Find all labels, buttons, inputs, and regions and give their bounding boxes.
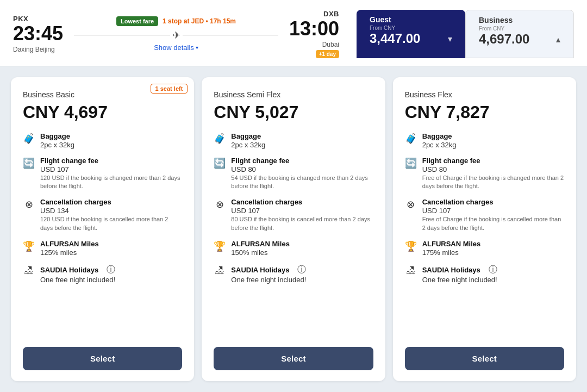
show-details-label: Show details [154, 43, 194, 52]
fare-tabs: Guest From CNY 3,447.00 ▾ Business From … [357, 10, 574, 58]
feature-row-0-3: 🏆ALFURSAN Miles125% miles [23, 240, 182, 257]
feature-title-1-0: Baggage [231, 132, 265, 140]
feature-row-2-4: 🏖SAUDIA HolidaysⓘOne free night included… [405, 264, 564, 284]
card-title-1: Business Semi Flex [214, 90, 373, 99]
feature-content-0-1: Flight change feeUSD 107120 USD if the b… [40, 157, 182, 191]
tab-business[interactable]: Business From CNY 4,697.00 ▴ [465, 10, 574, 58]
feature-value-1-1: USD 80 [231, 165, 373, 173]
feature-content-2-3: ALFURSAN Miles175% miles [422, 240, 481, 257]
guest-tab-price: 3,447.00 [370, 31, 420, 46]
feature-content-0-0: Baggage2pc x 32kg [40, 132, 74, 149]
feature-value-2-0: 2pc x 32kg [422, 141, 457, 149]
feature-value-0-0: 2pc x 32kg [40, 141, 74, 149]
feature-row-0-2: ⊗Cancellation chargesUSD 134120 USD if t… [23, 198, 182, 232]
feature-title-2-4: SAUDIA Holidays [422, 266, 480, 274]
feature-icon-4: 🏖 [214, 265, 226, 276]
feature-content-1-0: Baggage2pc x 32kg [231, 132, 265, 149]
info-icon-1-4[interactable]: ⓘ [297, 264, 306, 276]
feature-icon-2: ⊗ [214, 198, 226, 210]
feature-title-1-3: ALFURSAN Miles [231, 240, 290, 248]
feature-note-1-2: 80 USD if the booking is cancelled more … [231, 215, 373, 232]
feature-content-0-3: ALFURSAN Miles125% miles [40, 240, 99, 257]
feature-content-2-1: Flight change feeUSD 80Free of Charge if… [422, 157, 564, 191]
feature-icon-2: ⊗ [23, 198, 35, 210]
origin-city: Daxing Beijing [13, 46, 63, 53]
feature-row-0-0: 🧳Baggage2pc x 32kg [23, 132, 182, 149]
feature-note-1-1: 54 USD if the booking is changed more th… [231, 174, 373, 191]
feature-note-2-1: Free of Charge if the booking is changed… [422, 174, 564, 191]
feature-row-1-1: 🔄Flight change feeUSD 8054 USD if the bo… [214, 157, 373, 191]
card-price-2: CNY 7,827 [405, 102, 564, 122]
feature-row-2-0: 🧳Baggage2pc x 32kg [405, 132, 564, 149]
feature-content-2-2: Cancellation chargesUSD 107Free of Charg… [422, 198, 564, 232]
dest-city: Dubai [289, 41, 339, 48]
feature-value-2-4: One free night included! [422, 276, 497, 284]
business-tab-label: Business [479, 16, 560, 24]
feature-title-2-0: Baggage [422, 132, 457, 140]
origin-time: 23:45 [13, 23, 63, 45]
feature-icon-1: 🔄 [214, 157, 226, 169]
feature-value-2-1: USD 80 [422, 165, 564, 173]
select-button-2[interactable]: Select [405, 347, 564, 370]
lowest-fare-badge: Lowest fare [116, 16, 158, 26]
guest-tab-from: From CNY [370, 25, 452, 31]
dest-code: DXB [289, 10, 339, 18]
feature-content-1-1: Flight change feeUSD 8054 USD if the boo… [231, 157, 373, 191]
flight-line: ✈ [74, 29, 278, 41]
info-icon-0-4[interactable]: ⓘ [107, 264, 115, 276]
feature-row-1-2: ⊗Cancellation chargesUSD 10780 USD if th… [214, 198, 373, 232]
badges-row: Lowest fare 1 stop at JED • 17h 15m [116, 16, 236, 26]
feature-content-1-2: Cancellation chargesUSD 10780 USD if the… [231, 198, 373, 232]
feature-value-1-3: 150% miles [231, 248, 290, 257]
feature-value-1-2: USD 107 [231, 207, 373, 215]
feature-icon-1: 🔄 [23, 157, 35, 169]
business-chevron-icon: ▴ [556, 34, 560, 45]
line-left [74, 35, 170, 35]
business-tab-price: 4,697.00 [479, 32, 529, 47]
feature-icon-4: 🏖 [23, 265, 35, 276]
flight-dest: DXB 13:00 Dubai +1 day [289, 10, 339, 58]
business-tab-price-row: 4,697.00 ▴ [479, 32, 560, 47]
feature-content-1-4: SAUDIA HolidaysⓘOne free night included! [231, 264, 306, 284]
feature-icon-4: 🏖 [405, 265, 417, 276]
feature-content-2-0: Baggage2pc x 32kg [422, 132, 457, 149]
feature-row-inline: SAUDIA Holidaysⓘ [40, 264, 115, 276]
feature-title-0-4: SAUDIA Holidays [40, 266, 98, 274]
seat-left-badge: 1 seat left [151, 84, 188, 94]
feature-note-2-2: Free of Charge if the booking is cancell… [422, 215, 564, 232]
feature-content-2-4: SAUDIA HolidaysⓘOne free night included! [422, 264, 497, 284]
feature-note-0-1: 120 USD if the booking is changed more t… [40, 174, 182, 191]
feature-icon-0: 🧳 [214, 133, 226, 145]
feature-value-0-4: One free night included! [40, 276, 115, 284]
chevron-down-icon: ▾ [196, 45, 198, 51]
dest-time: 13:00 [289, 18, 339, 40]
feature-note-0-2: 120 USD if the booking is cancelled more… [40, 215, 182, 232]
feature-value-0-3: 125% miles [40, 248, 99, 257]
card-business-basic: 1 seat leftBusiness BasicCNY 4,697🧳Bagga… [11, 77, 194, 381]
line-right [183, 35, 278, 35]
feature-row-inline: SAUDIA Holidaysⓘ [422, 264, 497, 276]
feature-row-2-2: ⊗Cancellation chargesUSD 107Free of Char… [405, 198, 564, 232]
select-button-0[interactable]: Select [23, 347, 182, 370]
feature-row-1-4: 🏖SAUDIA HolidaysⓘOne free night included… [214, 264, 373, 284]
feature-value-2-3: 175% miles [422, 248, 481, 257]
card-price-1: CNY 5,027 [214, 102, 373, 122]
show-details-link[interactable]: Show details ▾ [154, 43, 198, 52]
feature-value-0-1: USD 107 [40, 165, 182, 173]
feature-title-2-2: Cancellation charges [422, 198, 564, 206]
feature-row-2-3: 🏆ALFURSAN Miles175% miles [405, 240, 564, 257]
feature-icon-0: 🧳 [405, 133, 417, 145]
feature-value-1-0: 2pc x 32kg [231, 141, 265, 149]
flight-middle: Lowest fare 1 stop at JED • 17h 15m ✈ Sh… [63, 16, 289, 52]
feature-icon-3: 🏆 [214, 240, 226, 252]
feature-content-0-4: SAUDIA HolidaysⓘOne free night included! [40, 264, 115, 284]
feature-value-1-4: One free night included! [231, 276, 306, 284]
feature-title-0-0: Baggage [40, 132, 74, 140]
plus-day-badge: +1 day [316, 50, 339, 58]
tab-guest[interactable]: Guest From CNY 3,447.00 ▾ [357, 10, 465, 58]
info-icon-2-4[interactable]: ⓘ [489, 264, 497, 276]
select-button-1[interactable]: Select [214, 347, 373, 370]
feature-row-inline: SAUDIA Holidaysⓘ [231, 264, 306, 276]
feature-icon-0: 🧳 [23, 133, 35, 145]
guest-tab-label: Guest [370, 15, 452, 24]
